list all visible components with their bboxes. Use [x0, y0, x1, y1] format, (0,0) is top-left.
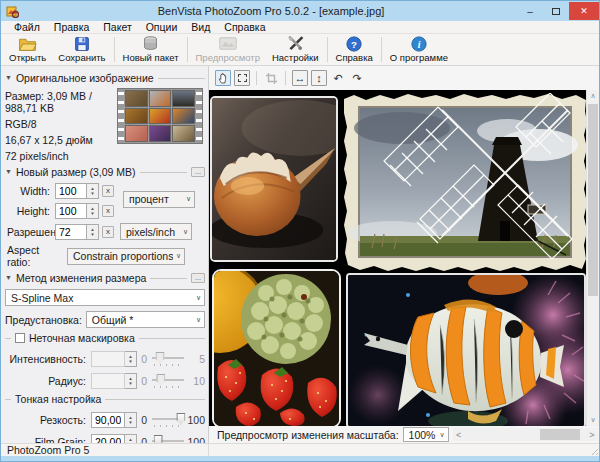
- preview-button[interactable]: Предпросмотр: [190, 34, 266, 65]
- resolution-unit-combobox[interactable]: pixels/inch ∨: [120, 223, 192, 240]
- intensity-spinner[interactable]: ▲▼: [125, 351, 137, 367]
- menu-view[interactable]: Вид: [184, 21, 217, 33]
- slider-thumb[interactable]: [154, 435, 163, 444]
- vertical-scrollbar[interactable]: ∧ ∨: [586, 90, 599, 426]
- slider-thumb[interactable]: [156, 352, 165, 364]
- menu-file[interactable]: Файл: [7, 21, 47, 33]
- resolution-label: Разрешение: [5, 226, 55, 238]
- crop-tool-button[interactable]: [263, 70, 279, 86]
- new-size-options-button[interactable]: ...: [191, 167, 205, 177]
- about-button[interactable]: i О программе: [384, 34, 454, 65]
- settings-button[interactable]: Настройки: [266, 34, 325, 65]
- unsharp-masking-group-header: Неточная маскировка: [5, 331, 205, 345]
- rotate-left-button[interactable]: ↶: [330, 70, 346, 86]
- algorithm-combobox[interactable]: S-Spline Max ∨: [5, 289, 205, 306]
- new-size-header-label: Новый размер (3,09 MB): [16, 166, 136, 178]
- maximize-button[interactable]: [543, 2, 569, 20]
- film-grain-slider[interactable]: [152, 435, 184, 444]
- menu-edit[interactable]: Правка: [47, 21, 96, 33]
- collapse-triangle-icon: ▼: [5, 74, 12, 81]
- thumbnail-collage: [124, 89, 196, 143]
- menu-help[interactable]: Справка: [217, 21, 272, 33]
- flip-vertical-button[interactable]: ↕: [311, 70, 327, 86]
- intensity-input[interactable]: [91, 351, 125, 367]
- toolbar-separator: [114, 37, 115, 62]
- preset-combobox[interactable]: Общий * ∨: [86, 311, 205, 328]
- scroll-left-icon[interactable]: <: [453, 430, 465, 440]
- scroll-right-icon[interactable]: >: [586, 430, 598, 440]
- scroll-up-icon[interactable]: ∧: [587, 90, 599, 102]
- intensity-label: Интенсивность:: [5, 353, 91, 365]
- horizontal-scroll-thumb[interactable]: [540, 429, 580, 440]
- chevron-down-icon: ∨: [186, 195, 191, 203]
- radius-min: 0: [137, 375, 149, 387]
- flip-horizontal-button[interactable]: ↔: [292, 70, 308, 86]
- height-input[interactable]: [55, 203, 87, 219]
- original-image-section-header[interactable]: ▼ Оригинальное изображение: [5, 70, 205, 85]
- new-batch-button[interactable]: Новый пакет: [117, 34, 185, 65]
- intensity-slider[interactable]: [152, 352, 184, 366]
- pan-tool-button[interactable]: [215, 70, 231, 86]
- rotate-right-button[interactable]: ↷: [349, 70, 365, 86]
- resize-method-options-button[interactable]: ...: [191, 273, 205, 283]
- width-input[interactable]: [55, 183, 87, 199]
- save-button[interactable]: Сохранить: [52, 34, 111, 65]
- film-grain-max: 100: [187, 436, 205, 444]
- resize-method-section-header[interactable]: ▼ Метод изменения размера ...: [5, 270, 205, 285]
- height-reset-button[interactable]: x: [102, 205, 114, 217]
- slider-thumb[interactable]: [176, 413, 185, 425]
- radius-slider[interactable]: [152, 374, 184, 388]
- radius-spinner[interactable]: ▲▼: [125, 373, 137, 389]
- scroll-down-icon[interactable]: ∨: [587, 414, 599, 426]
- resize-grip[interactable]: [589, 446, 598, 455]
- size-unit-value: процент: [129, 193, 183, 205]
- width-spinner[interactable]: ▲▼: [87, 183, 99, 199]
- minimize-button[interactable]: –: [517, 2, 543, 20]
- height-spinner[interactable]: ▲▼: [87, 203, 99, 219]
- unsharp-masking-checkbox[interactable]: [15, 333, 25, 343]
- film-grain-spinner[interactable]: ▲▼: [125, 434, 137, 444]
- titlebar[interactable]: BenVista PhotoZoom Pro 5.0.2 - [example.…: [1, 1, 599, 21]
- film-grain-row: Film Grain: ▲▼ 0 100: [5, 433, 205, 443]
- resolution-spinner[interactable]: ▲▼: [87, 224, 99, 240]
- toolbar-separator: [187, 37, 188, 62]
- slider-thumb[interactable]: [156, 374, 165, 386]
- sharpness-slider[interactable]: [152, 413, 184, 427]
- zoom-combobox[interactable]: 100% ∨: [403, 427, 449, 442]
- statusbar-app-name: PhotoZoom Pro 5: [1, 444, 209, 456]
- film-grain-input[interactable]: [91, 434, 125, 444]
- radius-input[interactable]: [91, 373, 125, 389]
- intensity-max: 5: [187, 353, 205, 365]
- vertical-scroll-thumb[interactable]: [588, 104, 598, 296]
- fruit-photo: [212, 269, 341, 426]
- open-button[interactable]: Открыть: [3, 34, 52, 65]
- close-icon: ✕: [580, 6, 588, 16]
- original-size-value: Размер: 3,09 MB / 988,71 KB: [5, 90, 117, 114]
- fish-photo: [346, 273, 586, 426]
- new-size-section-header[interactable]: ▼ Новый размер (3,09 MB) ...: [5, 164, 205, 179]
- menu-batch[interactable]: Пакет: [96, 21, 138, 33]
- window-bottom-border: [1, 456, 599, 461]
- help-button[interactable]: ? Справка: [330, 34, 379, 65]
- menu-options[interactable]: Опции: [139, 21, 185, 33]
- aspect-ratio-combobox[interactable]: Constrain proportions ∨: [67, 248, 185, 265]
- close-button[interactable]: ✕: [569, 2, 599, 20]
- width-label: Width:: [5, 185, 55, 197]
- sharpness-input[interactable]: [91, 412, 125, 428]
- width-reset-button[interactable]: x: [102, 185, 114, 197]
- preset-value: Общий *: [92, 314, 193, 326]
- selection-tool-button[interactable]: [234, 70, 250, 86]
- svg-text:i: i: [418, 39, 421, 50]
- app-window: BenVista PhotoZoom Pro 5.0.2 - [example.…: [0, 0, 600, 462]
- crop-icon: [266, 73, 277, 84]
- preset-label: Предустановка:: [5, 314, 86, 326]
- radius-row: Радиус: ▲▼ 0 10: [5, 372, 205, 389]
- resolution-reset-button[interactable]: x: [102, 226, 114, 238]
- size-unit-combobox[interactable]: процент ∨: [123, 191, 195, 208]
- filmstrip-sprockets: [196, 89, 202, 143]
- sharpness-spinner[interactable]: ▲▼: [125, 412, 137, 428]
- flip-vertical-icon: ↕: [316, 72, 322, 84]
- resolution-input[interactable]: [55, 224, 87, 240]
- horizontal-scrollbar[interactable]: < >: [453, 428, 598, 441]
- preview-canvas[interactable]: [209, 90, 586, 426]
